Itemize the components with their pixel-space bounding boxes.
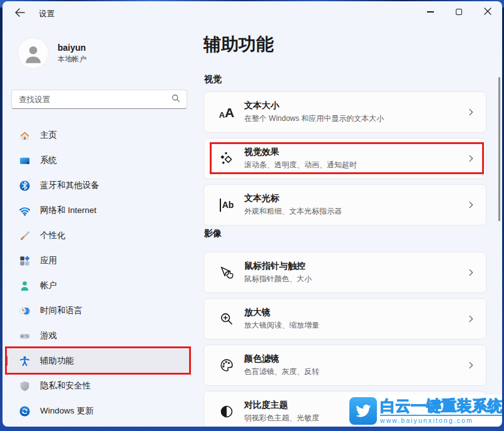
magnifier-icon	[218, 310, 235, 328]
card-subtitle: 鼠标指针颜色、大小	[244, 274, 312, 284]
settings-window: 设置 baiyun 本地帐户	[3, 1, 502, 427]
card-color-filter[interactable]: 颜色滤镜 色盲滤镜、灰度、反转	[203, 345, 486, 386]
watermark-url: www.baiyunxitong.com	[380, 417, 502, 424]
sidebar-item-apps[interactable]: 应用	[5, 249, 191, 272]
visual-effects-icon	[218, 150, 235, 167]
sidebar-item-label: 时间和语言	[40, 305, 83, 316]
chevron-right-icon	[466, 107, 476, 117]
sidebar-item-network[interactable]: 网络和 Internet	[5, 199, 191, 222]
user-name: baiyun	[58, 43, 86, 53]
card-subtitle: 色盲滤镜、灰度、反转	[244, 366, 319, 377]
card-title: 放大镜	[244, 307, 319, 318]
search-input[interactable]	[19, 95, 171, 104]
privacy-icon	[18, 380, 31, 392]
sidebar-item-label: 帐户	[40, 280, 57, 291]
sidebar-item-gaming[interactable]: 游戏	[5, 325, 191, 347]
scrollbar-thumb[interactable]	[498, 77, 500, 221]
maximize-button[interactable]	[445, 1, 473, 23]
card-visual-effects[interactable]: 视觉效果 滚动条、透明度、动画、通知超时	[203, 138, 486, 179]
color-filter-icon	[218, 356, 235, 374]
back-button[interactable]	[10, 6, 29, 21]
card-title: 鼠标指针与触控	[244, 261, 312, 272]
chevron-right-icon	[466, 153, 476, 164]
sidebar-item-label: 蓝牙和其他设备	[40, 180, 100, 191]
sidebar-nav: 主页 系统	[5, 124, 191, 422]
search-icon	[171, 93, 180, 105]
minimize-button[interactable]	[416, 1, 445, 23]
apps-icon	[18, 254, 31, 267]
card-subtitle: 在整个 Windows 和应用中显示的文本大小	[244, 113, 384, 124]
sidebar-item-bluetooth[interactable]: 蓝牙和其他设备	[5, 174, 191, 197]
system-icon	[18, 154, 31, 167]
card-magnifier[interactable]: 放大镜 放大镜阅读、缩放增量	[203, 298, 486, 340]
personalization-icon	[18, 229, 31, 242]
accounts-icon	[18, 279, 31, 292]
close-icon	[484, 6, 491, 18]
card-subtitle: 弱视彩色主题、光敏度	[244, 413, 319, 423]
sidebar-item-personalization[interactable]: 个性化	[5, 224, 191, 247]
network-icon	[18, 204, 31, 217]
search-box[interactable]	[11, 90, 187, 109]
gaming-icon	[18, 330, 31, 342]
sidebar-item-home[interactable]: 主页	[5, 124, 191, 147]
chevron-right-icon	[466, 314, 476, 324]
mouse-pointer-icon	[218, 264, 235, 281]
card-subtitle: 滚动条、透明度、动画、通知超时	[244, 160, 357, 170]
sidebar-item-privacy[interactable]: 隐私和安全性	[5, 375, 191, 397]
close-button[interactable]	[473, 1, 502, 23]
card-title: 文本大小	[244, 100, 384, 112]
bluetooth-icon	[18, 179, 31, 192]
watermark: 白云一键重装系统 www.baiyunxitong.com	[347, 395, 501, 427]
twitter-bird-icon	[349, 397, 377, 425]
chevron-right-icon	[466, 360, 476, 370]
card-mouse-pointer[interactable]: 鼠标指针与触控 鼠标指针颜色、大小	[203, 252, 486, 293]
desktop: 设置 baiyun 本地帐户	[0, 0, 504, 431]
sidebar-item-label: 系统	[40, 155, 57, 166]
sidebar-item-label: Windows 更新	[40, 405, 94, 417]
sidebar-item-label: 主页	[40, 130, 57, 141]
maximize-icon	[456, 9, 462, 15]
back-arrow-icon	[14, 8, 25, 19]
sidebar-item-accounts[interactable]: 帐户	[5, 274, 191, 297]
sidebar-item-label: 个性化	[40, 230, 66, 241]
accessibility-icon	[18, 355, 31, 367]
card-text-size[interactable]: AA 文本大小 在整个 Windows 和应用中显示的文本大小	[203, 91, 486, 133]
card-title: 对比度主题	[244, 400, 319, 411]
page-title: 辅助功能	[203, 33, 274, 56]
avatar	[18, 38, 49, 69]
sidebar-item-label: 网络和 Internet	[40, 205, 96, 216]
chevron-right-icon	[466, 200, 476, 210]
user-profile[interactable]: baiyun 本地帐户	[18, 38, 86, 69]
text-cursor-icon: Ab	[218, 196, 235, 214]
person-silhouette-icon	[21, 41, 45, 65]
sidebar-item-label: 游戏	[40, 330, 57, 341]
sidebar-item-windows-update[interactable]: Windows 更新	[5, 400, 191, 422]
section-header-imaging: 影像	[204, 228, 222, 239]
sidebar-item-label: 应用	[40, 255, 57, 266]
windows-update-icon	[18, 405, 31, 417]
card-title: 视觉效果	[244, 147, 357, 158]
text-size-icon: AA	[218, 103, 235, 121]
watermark-brand: 白云一键重装系统	[380, 397, 502, 417]
time-language-icon	[18, 304, 31, 317]
card-subtitle: 放大镜阅读、缩放增量	[244, 320, 319, 331]
section-header-vision: 视觉	[204, 74, 222, 85]
home-icon	[18, 129, 31, 142]
selected-indicator	[6, 356, 8, 366]
sidebar-item-system[interactable]: 系统	[5, 149, 191, 172]
sidebar-item-label: 隐私和安全性	[40, 380, 91, 392]
card-title: 文本光标	[244, 193, 342, 204]
sidebar-item-label: 辅助功能	[40, 355, 74, 366]
card-title: 颜色滤镜	[244, 353, 319, 365]
card-subtitle: 外观和粗细、文本光标指示器	[244, 206, 342, 217]
user-account-type: 本地帐户	[58, 55, 86, 64]
sidebar-item-accessibility[interactable]: 辅助功能	[5, 350, 191, 372]
card-text-cursor[interactable]: Ab 文本光标 外观和粗细、文本光标指示器	[203, 184, 486, 226]
contrast-theme-icon	[218, 403, 235, 420]
app-title: 设置	[39, 9, 54, 19]
minimize-icon	[427, 11, 434, 12]
chevron-right-icon	[466, 267, 476, 278]
sidebar-item-time-language[interactable]: 时间和语言	[5, 299, 191, 322]
